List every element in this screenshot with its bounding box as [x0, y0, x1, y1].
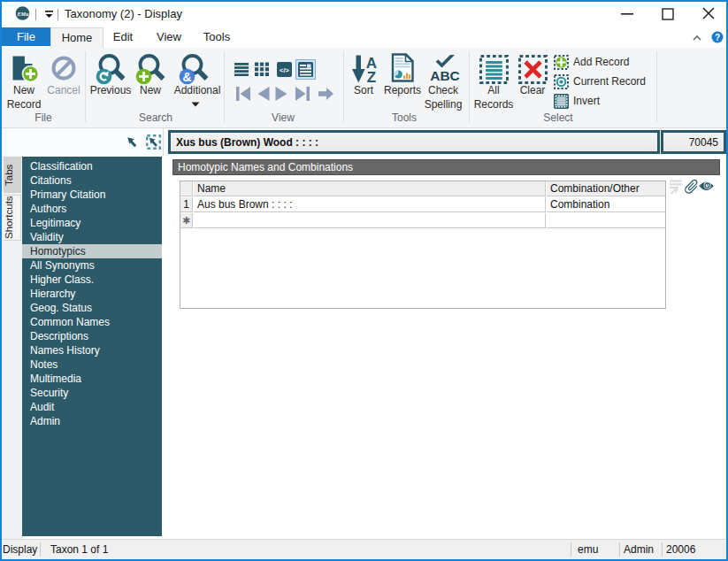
svg-text:</>: </> [280, 66, 289, 74]
svg-text:?: ? [715, 33, 720, 42]
svg-text:ABC: ABC [430, 68, 460, 83]
svg-text:EMu: EMu [16, 11, 29, 17]
svg-text:Z: Z [367, 69, 376, 84]
svg-text:&: & [182, 70, 191, 84]
